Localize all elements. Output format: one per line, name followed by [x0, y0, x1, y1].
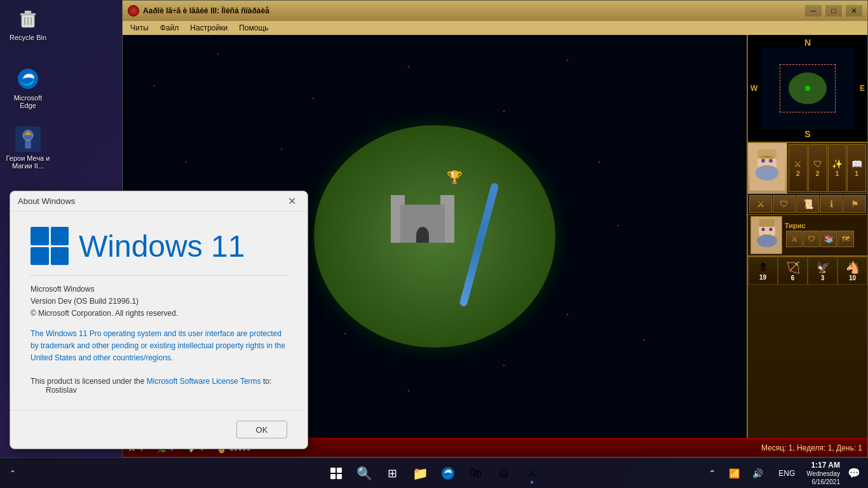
- spell-icon: ✨: [832, 159, 843, 169]
- file-explorer-button[interactable]: 📁: [407, 461, 433, 486]
- game-close-button[interactable]: ✕: [846, 5, 862, 17]
- start-logo-bl: [330, 474, 336, 479]
- panel-btn-info[interactable]: ℹ: [820, 195, 843, 213]
- hero-name-text: Тирис: [785, 222, 855, 229]
- volume-icon[interactable]: 🔊: [749, 466, 767, 481]
- ability-btn-2[interactable]: 🛡: [803, 231, 820, 247]
- castle: [391, 186, 454, 243]
- svg-point-10: [26, 132, 30, 135]
- tray-expand-button[interactable]: ⌃: [705, 466, 720, 481]
- win11-logo: [31, 227, 69, 265]
- license-prefix: This product is licensed under the: [31, 377, 147, 386]
- heroes-label: Герои Меча и Магии II...: [5, 154, 51, 170]
- hero-portrait-row: ⚔ 2 🛡 2 ✨ 1 📖 1: [748, 143, 867, 194]
- compass-e: E: [860, 84, 865, 93]
- hero-stat-spell: ✨ 1: [828, 144, 847, 192]
- army-slot-4-icon: 🐴: [846, 261, 860, 274]
- river: [459, 182, 499, 306]
- hero-stats-grid: ⚔ 2 🛡 2 ✨ 1 📖 1: [787, 143, 867, 193]
- win11-logo-tr: [51, 227, 69, 245]
- army-slot-3[interactable]: 🦅 3: [808, 257, 837, 285]
- task-view-button[interactable]: ⊞: [379, 461, 405, 486]
- panel-btn-magic[interactable]: 📜: [796, 195, 819, 213]
- lang-indicator[interactable]: ENG: [772, 465, 801, 482]
- panel-btn-flag[interactable]: ⚑: [843, 195, 866, 213]
- map-island: 🏆: [282, 90, 587, 383]
- knowledge-icon: 📖: [851, 159, 862, 169]
- about-content: Windows 11 Microsoft Windows Version Dev…: [10, 212, 308, 410]
- svg-point-15: [761, 159, 765, 163]
- army-slot-3-count: 3: [821, 274, 825, 281]
- svg-point-6: [18, 69, 38, 89]
- start-button[interactable]: [323, 461, 349, 486]
- game-menubar: Читы Файл Настройки Помощь: [123, 21, 867, 35]
- license-suffix: to:: [261, 377, 272, 386]
- about-title-text: About Windows: [18, 196, 283, 206]
- menu-item-settings[interactable]: Настройки: [185, 22, 233, 34]
- army-slot-4[interactable]: 🐴 10: [837, 257, 867, 285]
- panel-btn-sword[interactable]: ⚔: [749, 195, 772, 213]
- panel-btn-shield[interactable]: 🛡: [773, 195, 796, 213]
- attack-icon: ⚔: [794, 159, 802, 169]
- taskbar-store-button[interactable]: 🛍: [463, 461, 489, 486]
- panel-buttons: ⚔ 🛡 📜 ℹ ⚑: [748, 194, 867, 215]
- taskbar-settings-button[interactable]: ⚙: [491, 461, 517, 486]
- network-icon[interactable]: 📶: [725, 466, 743, 481]
- game-maximize-button[interactable]: □: [825, 5, 842, 17]
- win11-logo-br: [51, 247, 69, 266]
- ability-btn-1[interactable]: ⚔: [786, 231, 803, 247]
- edge-icon[interactable]: Microsoft Edge: [3, 64, 53, 112]
- hero-name-info: Тирис ⚔ 🛡 📚 🗺: [785, 222, 855, 248]
- game-title-icon: [128, 5, 139, 17]
- attack-value: 2: [796, 170, 800, 177]
- gold-flag: 🏆: [447, 170, 463, 185]
- hero-stat-knowledge: 📖 1: [847, 144, 866, 192]
- clock-display[interactable]: 1:17 AM Wednesday6/16/2021: [806, 461, 840, 486]
- army-slot-3-icon: 🦅: [816, 261, 830, 274]
- menu-item-help[interactable]: Помощь: [234, 22, 273, 34]
- lang-text: ENG: [776, 468, 797, 479]
- about-close-button[interactable]: ✕: [283, 193, 300, 210]
- army-slot-2[interactable]: 🏹 6: [778, 257, 808, 285]
- taskbar-edge-button[interactable]: [435, 461, 461, 486]
- army-slot-4-count: 10: [849, 274, 856, 281]
- volume-speaker-icon: 🔊: [752, 468, 763, 478]
- heroes-icon[interactable]: Герои Меча и Магии II...: [3, 124, 53, 172]
- notification-button[interactable]: 💬: [845, 464, 863, 482]
- svg-rect-1: [20, 13, 36, 15]
- tray-expand-button[interactable]: ⌃: [5, 461, 20, 486]
- about-logo-row: Windows 11: [31, 227, 287, 265]
- menu-item-cheats[interactable]: Читы: [125, 22, 154, 34]
- army-slot-1[interactable]: 🗡 19: [748, 257, 778, 285]
- about-legal: The Windows 11 Pro operating system and …: [31, 328, 287, 365]
- svg-point-23: [442, 467, 454, 480]
- about-copyright: © Microsoft Corporation. All rights rese…: [31, 308, 287, 320]
- army-slot-2-icon: 🏹: [786, 261, 800, 274]
- wifi-icon: 📶: [729, 468, 740, 478]
- army-row: 🗡 19 🏹 6 🦅 3 🐴 10: [748, 256, 867, 285]
- defense-icon: 🛡: [813, 159, 822, 169]
- search-button[interactable]: 🔍: [351, 461, 377, 486]
- about-license: This product is licensed under the Micro…: [31, 377, 287, 395]
- game-title-text: Ааðîè lã÷ã è lããèè III: Ïîèñà ñïàðàèå: [143, 6, 801, 15]
- menu-item-file[interactable]: Файл: [155, 22, 184, 34]
- clock-date: Wednesday6/16/2021: [806, 470, 840, 486]
- game-minimize-button[interactable]: ─: [805, 5, 822, 17]
- ability-btn-3[interactable]: 📚: [820, 231, 837, 247]
- mini-map-content: [761, 48, 855, 129]
- castle-gate: [416, 227, 429, 243]
- clock-time: 1:17 AM: [806, 461, 840, 470]
- minimap[interactable]: N S W E: [748, 35, 867, 143]
- about-ok-row: OK: [10, 410, 308, 449]
- taskbar-heroes-button[interactable]: ⚔: [519, 461, 545, 486]
- mini-viewport: [780, 64, 836, 113]
- ability-btn-4[interactable]: 🗺: [837, 231, 854, 247]
- hero-portrait[interactable]: [748, 143, 787, 194]
- edge-label: Microsoft Edge: [5, 94, 51, 109]
- taskbar-left: ⌃: [5, 461, 20, 486]
- tray-expand-icon: ⌃: [709, 468, 716, 478]
- license-link[interactable]: Microsoft Software License Terms: [147, 377, 261, 386]
- recycle-bin-label: Recycle Bin: [10, 34, 46, 41]
- about-ok-button[interactable]: OK: [236, 421, 287, 438]
- recycle-bin-icon[interactable]: Recycle Bin: [3, 3, 53, 44]
